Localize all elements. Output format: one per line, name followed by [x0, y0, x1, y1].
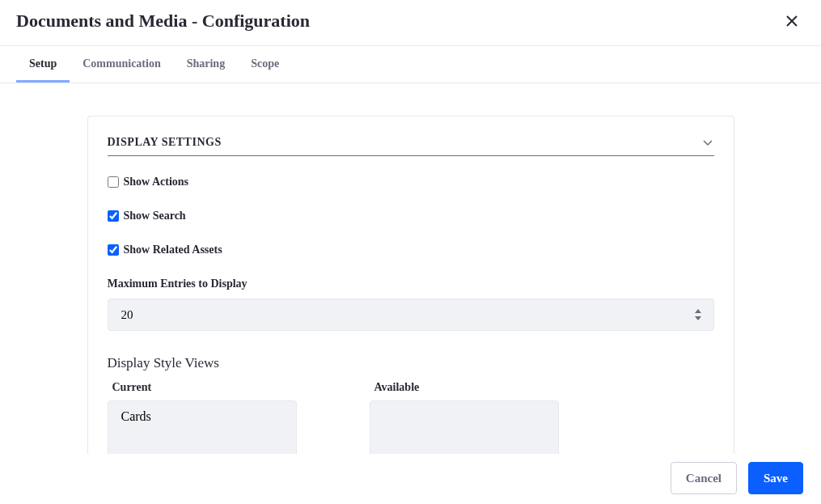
- display-settings-panel: DISPLAY SETTINGS Show Actions Show Searc…: [87, 116, 734, 454]
- modal-body-wrap: Setup Communication Sharing Scope DISPLA…: [0, 46, 821, 454]
- modal-body[interactable]: Setup Communication Sharing Scope DISPLA…: [0, 46, 821, 454]
- available-label: Available: [375, 381, 559, 394]
- max-entries-select[interactable]: 20: [108, 299, 714, 331]
- tab-scope[interactable]: Scope: [238, 46, 292, 83]
- show-related-assets-label: Show Related Assets: [124, 244, 222, 256]
- available-column: Available: [370, 381, 559, 454]
- cancel-button[interactable]: Cancel: [671, 462, 737, 494]
- tabs: Setup Communication Sharing Scope: [0, 46, 821, 83]
- show-search-row[interactable]: Show Search: [108, 210, 714, 222]
- list-item[interactable]: Cards: [112, 404, 293, 429]
- display-style-columns: Current Cards Available: [108, 381, 714, 454]
- modal-footer: Cancel Save: [0, 454, 821, 504]
- configuration-modal: Documents and Media - Configuration Setu…: [0, 0, 821, 504]
- chevron-down-icon: [701, 136, 714, 149]
- panel-container: DISPLAY SETTINGS Show Actions Show Searc…: [0, 83, 821, 454]
- display-style-heading: Display Style Views: [108, 355, 714, 371]
- section-header[interactable]: DISPLAY SETTINGS: [108, 136, 714, 156]
- current-column: Current Cards: [108, 381, 297, 454]
- available-listbox[interactable]: [370, 400, 559, 454]
- tab-sharing[interactable]: Sharing: [174, 46, 238, 83]
- current-label: Current: [112, 381, 297, 394]
- show-related-assets-checkbox[interactable]: [108, 244, 119, 256]
- show-actions-label: Show Actions: [124, 176, 189, 188]
- show-related-assets-row[interactable]: Show Related Assets: [108, 244, 714, 256]
- current-listbox[interactable]: Cards: [108, 400, 297, 454]
- tab-setup[interactable]: Setup: [16, 46, 70, 83]
- close-icon: [785, 15, 798, 28]
- modal-header: Documents and Media - Configuration: [0, 0, 821, 46]
- max-entries-select-wrap: 20: [108, 299, 714, 331]
- close-button[interactable]: [779, 8, 805, 34]
- show-search-label: Show Search: [124, 210, 186, 222]
- tab-communication[interactable]: Communication: [70, 46, 173, 83]
- modal-title: Documents and Media - Configuration: [16, 11, 779, 32]
- max-entries-label: Maximum Entries to Display: [108, 277, 714, 290]
- save-button[interactable]: Save: [748, 462, 803, 494]
- show-search-checkbox[interactable]: [108, 210, 119, 222]
- show-actions-row[interactable]: Show Actions: [108, 176, 714, 188]
- show-actions-checkbox[interactable]: [108, 176, 119, 188]
- section-title: DISPLAY SETTINGS: [108, 136, 701, 149]
